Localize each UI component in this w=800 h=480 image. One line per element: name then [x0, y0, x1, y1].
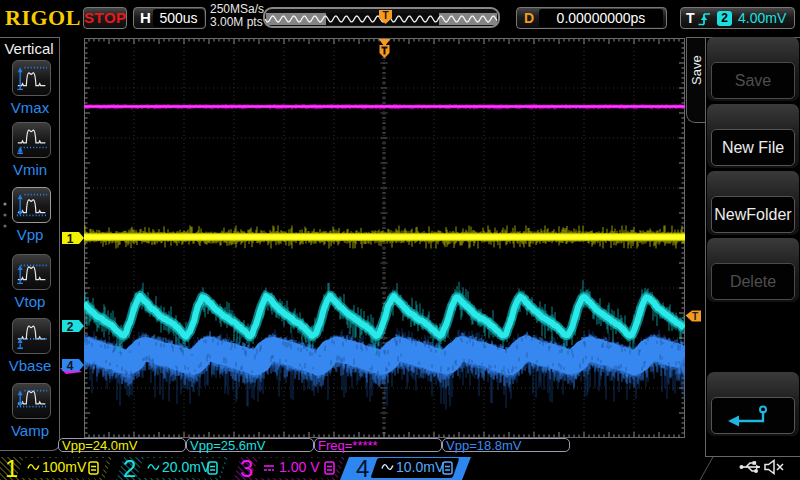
svg-text:4: 4	[67, 359, 74, 373]
svg-text:2: 2	[67, 320, 74, 334]
svg-text:T: T	[382, 10, 388, 21]
svg-text:1: 1	[67, 232, 74, 246]
svg-text:T: T	[692, 311, 698, 322]
